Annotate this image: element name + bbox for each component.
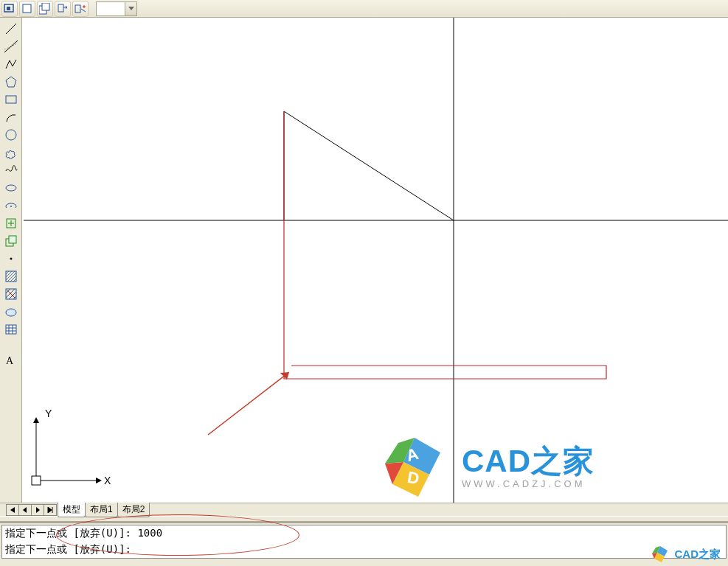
svg-point-20	[6, 309, 16, 316]
table-tool[interactable]	[2, 321, 20, 338]
construction-line-tool[interactable]	[2, 38, 20, 55]
svg-line-9	[4, 43, 18, 49]
svg-line-7	[6, 24, 16, 34]
watermark-small: CAD之家	[650, 545, 721, 563]
polygon-tool[interactable]	[2, 74, 20, 90]
svg-rect-16	[9, 236, 16, 243]
svg-point-11	[6, 130, 16, 140]
mtext-tool[interactable]: A	[2, 352, 20, 368]
tab-layout1[interactable]: 布局1	[85, 503, 118, 517]
chevron-down-icon[interactable]	[125, 2, 136, 15]
watermark-logo: A D CAD之家 WWW.CADZJ.COM	[378, 434, 594, 500]
svg-rect-10	[6, 96, 16, 103]
svg-point-13	[10, 206, 12, 207]
polyline-tool[interactable]	[2, 56, 20, 72]
tab-layout2[interactable]: 布局2	[117, 503, 150, 517]
svg-rect-1	[7, 7, 10, 10]
ellipse-arc-tool[interactable]	[2, 198, 20, 214]
hatch-tool[interactable]	[2, 268, 20, 284]
svg-point-17	[10, 258, 12, 260]
tab-first-icon[interactable]	[6, 504, 19, 516]
watermark-main: CAD之家	[462, 446, 594, 477]
cube-icon: A D	[378, 434, 451, 500]
view-fit-icon[interactable]	[1, 1, 18, 17]
svg-rect-5	[58, 4, 63, 12]
ellipse-tool[interactable]	[2, 180, 20, 196]
tab-next-icon[interactable]	[31, 504, 44, 516]
svg-rect-4	[42, 3, 49, 10]
layout-tabs: 模型 布局1 布局2	[0, 503, 728, 516]
ucs-x-label: X	[104, 475, 111, 486]
cube-icon	[650, 545, 670, 563]
drawing-canvas[interactable]: Y X A D CAD之家 WWW.CADZJ.COM	[22, 18, 728, 503]
top-toolbar	[0, 0, 728, 18]
view-regen-icon[interactable]	[72, 1, 89, 17]
tab-model[interactable]: 模型	[58, 503, 86, 517]
scale-dropdown[interactable]	[96, 1, 137, 16]
draw-toolbar: A	[0, 18, 22, 503]
rectangle-tool[interactable]	[2, 91, 20, 108]
gradient-tool[interactable]	[2, 286, 20, 302]
command-window: 指定下一点或 [放弃(U)]: 1000 指定下一点或 [放弃(U)]:	[0, 522, 728, 559]
command-history-line: 指定下一点或 [放弃(U)]: 1000	[2, 525, 726, 542]
svg-point-12	[6, 185, 16, 191]
view-pan-icon[interactable]	[55, 1, 71, 17]
spline-tool[interactable]	[2, 162, 20, 178]
point-tool[interactable]	[2, 251, 20, 267]
tab-prev-icon[interactable]	[18, 504, 32, 516]
ucs-y-label: Y	[45, 408, 52, 419]
svg-line-29	[284, 111, 454, 220]
svg-rect-2	[23, 4, 31, 13]
svg-text:A: A	[6, 355, 14, 366]
watermark-small-text: CAD之家	[675, 548, 721, 562]
revision-cloud-tool[interactable]	[2, 144, 20, 161]
view-zoom-window-icon[interactable]	[19, 1, 35, 17]
main-area: A Y X	[0, 18, 728, 503]
arc-tool[interactable]	[2, 109, 20, 125]
line-tool[interactable]	[2, 21, 20, 37]
svg-rect-21	[6, 325, 16, 334]
circle-tool[interactable]	[2, 127, 20, 143]
drawing-svg: Y X	[24, 18, 728, 503]
make-block-tool[interactable]	[2, 233, 20, 249]
view-zoom-extents-icon[interactable]	[37, 1, 53, 17]
svg-rect-6	[75, 5, 80, 13]
svg-rect-33	[32, 476, 41, 485]
command-input-line[interactable]: 指定下一点或 [放弃(U)]:	[2, 542, 726, 558]
tab-last-icon[interactable]	[44, 504, 57, 516]
watermark-sub: WWW.CADZJ.COM	[462, 478, 594, 489]
insert-block-tool[interactable]	[2, 215, 20, 231]
region-tool[interactable]	[2, 304, 20, 320]
